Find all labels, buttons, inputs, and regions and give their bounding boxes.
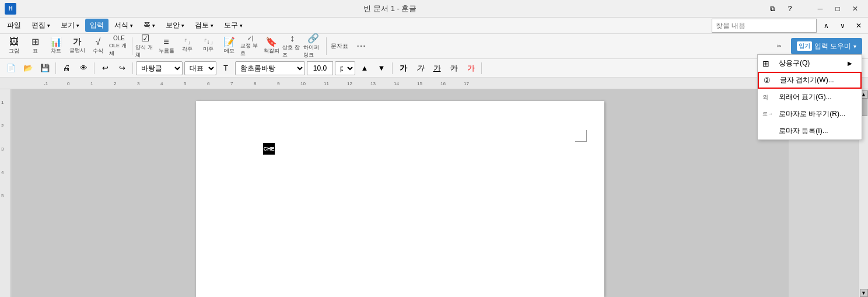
tb-numlines[interactable]: ≡ 누름틀: [156, 36, 177, 56]
tb-scissors[interactable]: ✂: [771, 38, 788, 54]
horizontal-ruler: -1 0 1 2 3 4 5 6 7 8 9 10 11 12 13 14 15…: [0, 78, 868, 89]
scroll-down-btn[interactable]: ▼: [860, 289, 868, 297]
search-down-btn[interactable]: ∨: [835, 19, 849, 33]
menu-char-replace[interactable]: ② 글자 겹치기(W)...: [758, 72, 862, 89]
to-roman-icon: 로→: [762, 110, 773, 118]
toolbar-sep-2: [326, 37, 327, 55]
svg-text:7: 7: [230, 81, 233, 86]
menu-view[interactable]: 보기 ▾: [56, 19, 84, 32]
tb-bookmark[interactable]: 🔖 책갈피: [261, 36, 282, 56]
printpreview-btn[interactable]: 👁: [76, 61, 91, 75]
search-input[interactable]: [712, 19, 817, 33]
tb-form[interactable]: ☑ 양식 개체: [135, 36, 156, 56]
input-doumi-menu: ⊞ 상용구(Q) ▶ ② 글자 겹치기(W)... 외 외래어 표기(G)...: [757, 54, 862, 140]
svg-text:4: 4: [1, 170, 4, 175]
tb-table[interactable]: ⊞ 표: [24, 36, 46, 56]
ruler-scale: -1 0 1 2 3 4 5 6 7 8 9 10 11 12 13 14 15…: [26, 78, 868, 89]
strikethrough-btn[interactable]: 가: [446, 61, 461, 75]
maximize-btn[interactable]: □: [830, 2, 846, 15]
app-icon: H: [5, 3, 16, 15]
italic-btn[interactable]: 가: [412, 61, 428, 75]
window-title: 빈 문서 1 - 훈글: [16, 4, 764, 14]
menu-multiuse[interactable]: ⊞ 상용구(Q) ▶: [758, 55, 862, 72]
svg-text:6: 6: [207, 81, 210, 86]
style-type-select[interactable]: 대표: [184, 61, 216, 75]
document-canvas[interactable]: CHE: [12, 89, 789, 297]
ole-icon: OLE: [113, 36, 125, 41]
font-size-unit-select[interactable]: pt: [335, 61, 355, 75]
toolbar-sep-1: [132, 37, 132, 55]
font-size-up-btn[interactable]: ▲: [357, 61, 372, 75]
menu-security[interactable]: 보안 ▾: [161, 19, 189, 32]
menu-security-arrow: ▾: [181, 23, 184, 29]
menu-foreign-expr[interactable]: 외 외래어 표기(G)...: [758, 89, 862, 106]
input-doumi-button[interactable]: 입기 입력 도우미 ▾: [791, 38, 862, 54]
svg-text:15: 15: [417, 81, 422, 86]
menu-layout[interactable]: 쪽 ▾: [139, 19, 160, 32]
underline-btn[interactable]: 가: [429, 61, 444, 75]
svg-text:1: 1: [1, 100, 4, 105]
print-btn[interactable]: 🖨: [59, 61, 74, 75]
memo-icon: 📝: [223, 37, 235, 47]
tb-crossref[interactable]: ↕ 상호 참조: [282, 36, 303, 56]
tb-proofmark[interactable]: ✓| 교정 부호: [240, 36, 261, 56]
tb-ole[interactable]: OLE OLE 개체: [108, 36, 130, 56]
tb-hyperlink[interactable]: 🔗 하이퍼링크: [303, 36, 324, 56]
menu-edit[interactable]: 편집 ▾: [27, 19, 55, 32]
menu-format[interactable]: 서식 ▾: [110, 19, 138, 32]
tb-endnote[interactable]: 「↓」 미주: [198, 36, 219, 56]
tb-formula[interactable]: √ 수식: [88, 36, 108, 56]
open-btn[interactable]: 📂: [20, 61, 36, 75]
font-select[interactable]: 함초롬바탕: [235, 61, 305, 75]
tb-picture[interactable]: 🖼 그림: [4, 36, 24, 56]
close-btn[interactable]: ✕: [847, 2, 863, 15]
menu-input[interactable]: 입력: [85, 19, 108, 32]
crossref-icon: ↕: [290, 34, 295, 43]
para-style-select[interactable]: 바탕글: [136, 61, 183, 75]
redo-btn[interactable]: ↪: [114, 61, 130, 75]
menu-to-roman[interactable]: 로→ 로마자로 바꾸기(R)...: [758, 106, 862, 123]
help-btn[interactable]: ?: [782, 2, 798, 15]
svg-text:-1: -1: [44, 81, 48, 86]
bold-btn[interactable]: 가: [396, 61, 411, 75]
tb-clipart[interactable]: 가 글맹시: [66, 36, 88, 56]
toolbar-group-objects: ☑ 양식 개체 ≡ 누름틀 「」 각주 「↓」 미주 📝 메모: [135, 36, 324, 56]
tb-more[interactable]: ⋯: [351, 36, 372, 56]
cursor-label: CHE: [263, 146, 274, 152]
menu-view-arrow: ▾: [76, 23, 79, 29]
search-close-btn[interactable]: ✕: [852, 19, 866, 33]
toolbar-group-insert: 🖼 그림 ⊞ 표 📊 차트 가 글맹시 √ 수식: [4, 36, 130, 56]
document-page: CHE: [196, 101, 604, 297]
font-color-btn[interactable]: 가: [463, 61, 478, 75]
font-size-input[interactable]: [307, 61, 333, 75]
svg-text:4: 4: [160, 81, 163, 86]
font-size-down-btn[interactable]: ▼: [374, 61, 389, 75]
svg-text:1: 1: [90, 81, 93, 86]
tb-memo[interactable]: 📝 메모: [219, 36, 240, 56]
minimize-btn[interactable]: ─: [812, 2, 828, 15]
save-btn[interactable]: 💾: [37, 61, 52, 75]
char-replace-icon: ②: [764, 76, 771, 85]
multiuse-icon: ⊞: [762, 59, 769, 68]
fmt-sep-2: [132, 62, 133, 74]
svg-text:17: 17: [464, 81, 469, 86]
ruler-ticks: -1 0 1 2 3 4 5 6 7 8 9 10 11 12 13 14 15…: [26, 78, 868, 89]
menu-roman-reg[interactable]: 로마자 등록(I)...: [758, 123, 862, 139]
menu-review[interactable]: 검토 ▾: [190, 19, 218, 32]
proofmark-icon: ✓|: [247, 36, 254, 41]
tb-charmap[interactable]: 문자표: [329, 36, 350, 56]
menu-tools[interactable]: 도구 ▾: [219, 19, 247, 32]
restore-btn[interactable]: ⧉: [764, 2, 780, 15]
menu-file[interactable]: 파일: [2, 19, 26, 32]
svg-text:0: 0: [67, 81, 70, 86]
more-icon: ⋯: [356, 41, 366, 51]
clipart-icon: 가: [73, 38, 81, 46]
menu-format-arrow: ▾: [130, 23, 133, 29]
tb-footnote[interactable]: 「」 각주: [177, 36, 198, 56]
undo-btn[interactable]: ↩: [97, 61, 113, 75]
svg-text:10: 10: [300, 81, 306, 86]
bookmark-icon: 🔖: [265, 37, 277, 47]
new-btn[interactable]: 📄: [4, 61, 19, 75]
tb-chart[interactable]: 📊 차트: [46, 36, 66, 56]
search-up-btn[interactable]: ∧: [819, 19, 833, 33]
